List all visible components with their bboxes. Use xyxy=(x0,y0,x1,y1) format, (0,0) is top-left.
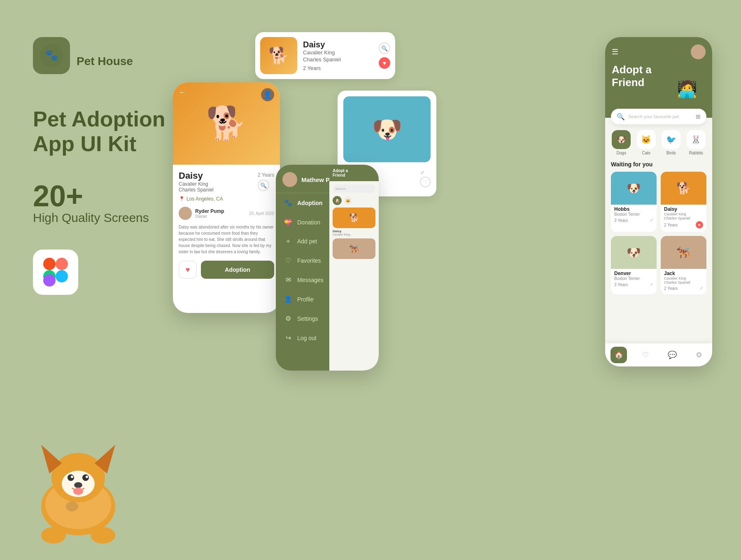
main-search-bar[interactable]: 🔍 Search your favourite pet ⊞ xyxy=(611,109,706,124)
cat-rabbits[interactable]: 🐰 Rabbits xyxy=(686,130,707,155)
daisy-card-name: Daisy xyxy=(303,40,373,49)
profile-icon: 👤 xyxy=(284,295,292,303)
jack-breed: Cavalier KingCharles Spaniel xyxy=(661,276,706,285)
daisy-detail-name: Daisy xyxy=(179,170,214,181)
menu-label-favorites: Favorites xyxy=(297,257,321,264)
mini-cat-cats: 🐱 xyxy=(343,196,352,205)
denver-name: Denver xyxy=(611,269,657,276)
cat-birds[interactable]: 🐦 Birds xyxy=(661,130,682,155)
daisy-name: Daisy xyxy=(661,205,706,212)
hobbs-card-img: 🐶 xyxy=(611,172,657,205)
menu-label-logout: Log out xyxy=(297,335,317,341)
messages-icon: ✉ xyxy=(284,276,292,284)
mini-search-placeholder: Search... xyxy=(335,187,348,191)
filter-icon[interactable]: ⊞ xyxy=(696,113,701,120)
rabbits-label: Rabbits xyxy=(689,151,703,155)
gender-icon: ♂ xyxy=(420,169,431,177)
mini-app-header: Adopt aFriend xyxy=(329,165,379,181)
phone-main: ☰ Adopt aFriend 🧑‍💻 🔍 Search your favour… xyxy=(605,37,712,366)
search-icon[interactable]: 🔍 xyxy=(379,42,390,54)
search-button[interactable]: 🔍 xyxy=(258,180,269,191)
pets-grid: 🐶 Hobbs Boston Terrier 3 Years ♂ 🐕 Daisy… xyxy=(611,172,706,294)
svg-point-15 xyxy=(71,476,73,478)
svg-point-13 xyxy=(68,474,74,481)
corgi-illustration xyxy=(8,424,148,556)
mini-pet-thumb1: 🐕 xyxy=(333,208,375,228)
daisy-detail-breed: Cavalier KingCharles Spaniel xyxy=(179,181,214,193)
menu-label-messages: Messages xyxy=(297,277,324,283)
nav-home[interactable]: 🏠 xyxy=(611,347,627,363)
cat-cats[interactable]: 🐱 Cats xyxy=(636,130,657,155)
phone-menu: Mathew Perry 🐾 Adoption 💝 Donation + Add… xyxy=(276,165,379,371)
owner-role: Owner xyxy=(195,214,224,219)
denver-gender: ♂ xyxy=(650,282,653,287)
category-list: 🐶 Dogs 🐱 Cats 🐦 Birds 🐰 Rabbits xyxy=(611,130,706,155)
search-input[interactable]: Search your favourite pet xyxy=(628,114,692,119)
logout-icon: ↪ xyxy=(284,334,292,342)
svg-point-14 xyxy=(82,474,89,481)
owner-row: Ryder Pump Owner 28, April 2020 xyxy=(179,207,274,220)
daisy-name-row: Daisy Cavalier KingCharles Spaniel 2 Yea… xyxy=(179,170,274,193)
mini-search: Search... xyxy=(333,184,375,193)
jack-name: Jack xyxy=(661,269,706,276)
user-avatar-top: 👤 xyxy=(261,88,274,101)
hobbs-gender: ♂ xyxy=(650,217,653,223)
daisy-card-age: 2 Years xyxy=(303,65,373,71)
denver-card-img: 🐶 xyxy=(611,236,657,269)
menu-label-donation: Donation xyxy=(297,219,320,226)
pet-card-jack[interactable]: 🐕‍🦺 Jack Cavalier KingCharles Spaniel 2 … xyxy=(661,236,706,294)
adoption-date: 28, April 2020 xyxy=(249,211,274,216)
mini-app-preview: Adopt aFriend Search... 🐶 🐱 🐕 Daisy Cava… xyxy=(329,165,379,371)
daisy-breed: Cavalier KingCharles Spaniel xyxy=(661,212,706,220)
daisy-favorite[interactable]: ♥ xyxy=(696,221,703,229)
hobbs-favorite-icon[interactable]: ♡ xyxy=(420,177,431,187)
favorites-icon: ♡ xyxy=(284,257,292,264)
cats-label: Cats xyxy=(642,151,650,155)
svg-point-23 xyxy=(66,502,78,511)
hobbs-name: Hobbs xyxy=(611,205,657,212)
mini-title: Adopt aFriend xyxy=(333,168,348,177)
count-big: 20+ xyxy=(33,181,165,211)
denver-age: 3 Years xyxy=(614,282,628,287)
brand-name: Pet House xyxy=(77,55,133,68)
phone-main-header: ☰ Adopt aFriend 🧑‍💻 xyxy=(605,37,712,118)
favorite-icon[interactable]: ♥ xyxy=(379,57,390,69)
menu-label-profile: Profile xyxy=(297,296,314,303)
daisy-card-img: 🐕 xyxy=(661,172,706,205)
pet-card-daisy[interactable]: 🐕 Daisy Cavalier KingCharles Spaniel 2 Y… xyxy=(661,172,706,232)
hobbs-breed: Boston Terrier xyxy=(611,212,657,217)
mini-pet-name1: Daisy xyxy=(333,229,375,233)
brand-section: 🐾 Pet House Pet AdoptionApp UI Kit 20+ H… xyxy=(33,37,165,295)
nav-settings[interactable]: ⚙ xyxy=(691,347,707,363)
nav-messages[interactable]: 💬 xyxy=(664,347,680,363)
daisy-thumb-img: 🐕 xyxy=(260,37,297,74)
jack-bottom: 2 Years ♂ xyxy=(661,285,706,291)
owner-avatar xyxy=(179,207,192,220)
logo-box: 🐾 xyxy=(33,37,70,74)
svg-point-6 xyxy=(43,274,56,287)
pet-card-hobbs[interactable]: 🐶 Hobbs Boston Terrier 3 Years ♂ xyxy=(611,172,657,232)
owner-info: Ryder Pump Owner xyxy=(195,208,224,219)
cat-dogs[interactable]: 🐶 Dogs xyxy=(611,130,632,155)
jack-card-img: 🐕‍🦺 xyxy=(661,236,706,269)
svg-text:🐾: 🐾 xyxy=(45,49,58,62)
pet-card-denver[interactable]: 🐶 Denver Boston Terrier 3 Years ♂ xyxy=(611,236,657,294)
svg-rect-2 xyxy=(43,258,56,270)
adoption-button[interactable]: Adoption xyxy=(201,261,274,279)
menu-user-avatar xyxy=(282,172,297,187)
svg-point-16 xyxy=(86,476,88,478)
heart-button[interactable]: ♥ xyxy=(179,261,197,279)
svg-point-20 xyxy=(91,527,115,544)
daisy-card-actions: 🔍 ♥ xyxy=(379,42,390,69)
daisy-age-search: 2 Years 🔍 xyxy=(258,170,274,191)
svg-point-18 xyxy=(73,488,83,495)
daisy-detail-content: Daisy Cavalier KingCharles Spaniel 2 Yea… xyxy=(173,165,280,285)
back-button[interactable]: ← xyxy=(179,88,186,97)
daisy-card-info: Daisy Cavalier KingCharles Spaniel 2 Yea… xyxy=(303,40,373,71)
menu-label-add-pet: Add pet xyxy=(297,238,317,245)
daisy-bottom: 2 Years ♥ xyxy=(661,220,706,229)
nav-favorites[interactable]: ♡ xyxy=(637,347,654,363)
add-pet-icon: + xyxy=(284,238,292,245)
action-buttons: ♥ Adoption xyxy=(179,261,274,279)
hamburger-icon[interactable]: ☰ xyxy=(612,47,618,56)
